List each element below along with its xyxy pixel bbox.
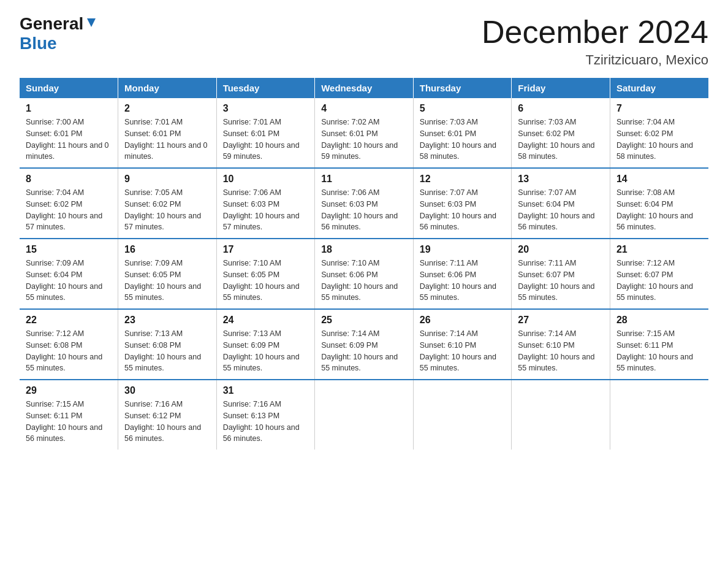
- day-info: Sunrise: 7:11 AM Sunset: 6:07 PM Dayligh…: [518, 258, 604, 304]
- day-number: 8: [26, 174, 112, 185]
- header-monday: Monday: [118, 78, 217, 98]
- calendar-week-row: 22 Sunrise: 7:12 AM Sunset: 6:08 PM Dayl…: [20, 309, 708, 380]
- day-info: Sunrise: 7:13 AM Sunset: 6:08 PM Dayligh…: [124, 328, 210, 374]
- day-info: Sunrise: 7:00 AM Sunset: 6:01 PM Dayligh…: [26, 117, 112, 163]
- header-row: Sunday Monday Tuesday Wednesday Thursday…: [20, 78, 708, 98]
- logo: General Blue: [20, 15, 98, 53]
- calendar-cell: 14 Sunrise: 7:08 AM Sunset: 6:04 PM Dayl…: [610, 168, 708, 239]
- calendar-cell: 21 Sunrise: 7:12 AM Sunset: 6:07 PM Dayl…: [610, 239, 708, 309]
- day-info: Sunrise: 7:07 AM Sunset: 6:04 PM Dayligh…: [518, 187, 604, 233]
- svg-marker-0: [87, 18, 96, 27]
- calendar-title: December 2024: [482, 15, 708, 50]
- calendar-cell: 4 Sunrise: 7:02 AM Sunset: 6:01 PM Dayli…: [315, 98, 414, 168]
- calendar-week-row: 15 Sunrise: 7:09 AM Sunset: 6:04 PM Dayl…: [20, 239, 708, 309]
- day-info: Sunrise: 7:03 AM Sunset: 6:02 PM Dayligh…: [518, 117, 604, 163]
- calendar-cell: 27 Sunrise: 7:14 AM Sunset: 6:10 PM Dayl…: [512, 309, 610, 380]
- header-sunday: Sunday: [20, 78, 118, 98]
- calendar-week-row: 29 Sunrise: 7:15 AM Sunset: 6:11 PM Dayl…: [20, 380, 708, 450]
- calendar-cell: 29 Sunrise: 7:15 AM Sunset: 6:11 PM Dayl…: [20, 380, 118, 450]
- header-friday: Friday: [512, 78, 610, 98]
- day-number: 1: [26, 103, 112, 114]
- day-number: 25: [321, 315, 407, 326]
- day-number: 6: [518, 103, 604, 114]
- day-number: 26: [420, 315, 506, 326]
- calendar-cell: 2 Sunrise: 7:01 AM Sunset: 6:01 PM Dayli…: [118, 98, 217, 168]
- day-info: Sunrise: 7:07 AM Sunset: 6:03 PM Dayligh…: [420, 187, 506, 233]
- calendar-cell: 6 Sunrise: 7:03 AM Sunset: 6:02 PM Dayli…: [512, 98, 610, 168]
- day-info: Sunrise: 7:15 AM Sunset: 6:11 PM Dayligh…: [26, 399, 112, 445]
- day-info: Sunrise: 7:12 AM Sunset: 6:08 PM Dayligh…: [26, 328, 112, 374]
- day-info: Sunrise: 7:04 AM Sunset: 6:02 PM Dayligh…: [26, 187, 112, 233]
- day-info: Sunrise: 7:10 AM Sunset: 6:06 PM Dayligh…: [321, 258, 407, 304]
- day-number: 14: [616, 174, 702, 185]
- day-number: 21: [616, 244, 702, 255]
- calendar-cell: 26 Sunrise: 7:14 AM Sunset: 6:10 PM Dayl…: [413, 309, 512, 380]
- header-saturday: Saturday: [610, 78, 708, 98]
- calendar-body: 1 Sunrise: 7:00 AM Sunset: 6:01 PM Dayli…: [20, 98, 708, 450]
- day-number: 12: [420, 174, 506, 185]
- logo-triangle-icon: [85, 16, 98, 29]
- day-number: 11: [321, 174, 407, 185]
- header-wednesday: Wednesday: [315, 78, 414, 98]
- day-info: Sunrise: 7:10 AM Sunset: 6:05 PM Dayligh…: [223, 258, 309, 304]
- calendar-cell: 5 Sunrise: 7:03 AM Sunset: 6:01 PM Dayli…: [413, 98, 512, 168]
- day-number: 4: [321, 103, 407, 114]
- day-number: 22: [26, 315, 112, 326]
- calendar-cell: 20 Sunrise: 7:11 AM Sunset: 6:07 PM Dayl…: [512, 239, 610, 309]
- day-number: 9: [124, 174, 210, 185]
- day-number: 27: [518, 315, 604, 326]
- calendar-cell: [315, 380, 414, 450]
- logo-text-general: General: [20, 15, 83, 34]
- day-info: Sunrise: 7:01 AM Sunset: 6:01 PM Dayligh…: [124, 117, 210, 163]
- calendar-cell: 28 Sunrise: 7:15 AM Sunset: 6:11 PM Dayl…: [610, 309, 708, 380]
- calendar-cell: [512, 380, 610, 450]
- day-number: 29: [26, 385, 112, 396]
- day-number: 24: [223, 315, 309, 326]
- calendar-cell: 30 Sunrise: 7:16 AM Sunset: 6:12 PM Dayl…: [118, 380, 217, 450]
- day-number: 30: [124, 385, 210, 396]
- day-info: Sunrise: 7:04 AM Sunset: 6:02 PM Dayligh…: [616, 117, 702, 163]
- calendar-cell: 23 Sunrise: 7:13 AM Sunset: 6:08 PM Dayl…: [118, 309, 217, 380]
- header-thursday: Thursday: [413, 78, 512, 98]
- calendar-cell: 15 Sunrise: 7:09 AM Sunset: 6:04 PM Dayl…: [20, 239, 118, 309]
- calendar-week-row: 1 Sunrise: 7:00 AM Sunset: 6:01 PM Dayli…: [20, 98, 708, 168]
- day-info: Sunrise: 7:14 AM Sunset: 6:10 PM Dayligh…: [420, 328, 506, 374]
- day-info: Sunrise: 7:01 AM Sunset: 6:01 PM Dayligh…: [223, 117, 309, 163]
- calendar-cell: 11 Sunrise: 7:06 AM Sunset: 6:03 PM Dayl…: [315, 168, 414, 239]
- calendar-header: Sunday Monday Tuesday Wednesday Thursday…: [20, 78, 708, 98]
- day-info: Sunrise: 7:14 AM Sunset: 6:10 PM Dayligh…: [518, 328, 604, 374]
- day-info: Sunrise: 7:16 AM Sunset: 6:13 PM Dayligh…: [223, 399, 309, 445]
- calendar-cell: 22 Sunrise: 7:12 AM Sunset: 6:08 PM Dayl…: [20, 309, 118, 380]
- calendar-cell: 25 Sunrise: 7:14 AM Sunset: 6:09 PM Dayl…: [315, 309, 414, 380]
- day-number: 10: [223, 174, 309, 185]
- page-header: General Blue December 2024 Tziritzicuaro…: [20, 15, 708, 68]
- title-block: December 2024 Tziritzicuaro, Mexico: [482, 15, 708, 68]
- day-info: Sunrise: 7:14 AM Sunset: 6:09 PM Dayligh…: [321, 328, 407, 374]
- day-number: 20: [518, 244, 604, 255]
- calendar-cell: 10 Sunrise: 7:06 AM Sunset: 6:03 PM Dayl…: [216, 168, 315, 239]
- calendar-cell: 3 Sunrise: 7:01 AM Sunset: 6:01 PM Dayli…: [216, 98, 315, 168]
- calendar-cell: 9 Sunrise: 7:05 AM Sunset: 6:02 PM Dayli…: [118, 168, 217, 239]
- day-number: 31: [223, 385, 309, 396]
- calendar-cell: 19 Sunrise: 7:11 AM Sunset: 6:06 PM Dayl…: [413, 239, 512, 309]
- calendar-cell: 31 Sunrise: 7:16 AM Sunset: 6:13 PM Dayl…: [216, 380, 315, 450]
- calendar-subtitle: Tziritzicuaro, Mexico: [482, 52, 708, 68]
- day-number: 3: [223, 103, 309, 114]
- day-info: Sunrise: 7:16 AM Sunset: 6:12 PM Dayligh…: [124, 399, 210, 445]
- calendar-week-row: 8 Sunrise: 7:04 AM Sunset: 6:02 PM Dayli…: [20, 168, 708, 239]
- day-info: Sunrise: 7:13 AM Sunset: 6:09 PM Dayligh…: [223, 328, 309, 374]
- day-info: Sunrise: 7:09 AM Sunset: 6:04 PM Dayligh…: [26, 258, 112, 304]
- day-number: 23: [124, 315, 210, 326]
- day-info: Sunrise: 7:08 AM Sunset: 6:04 PM Dayligh…: [616, 187, 702, 233]
- day-number: 16: [124, 244, 210, 255]
- calendar-cell: 1 Sunrise: 7:00 AM Sunset: 6:01 PM Dayli…: [20, 98, 118, 168]
- calendar-cell: 17 Sunrise: 7:10 AM Sunset: 6:05 PM Dayl…: [216, 239, 315, 309]
- day-number: 28: [616, 315, 702, 326]
- day-info: Sunrise: 7:11 AM Sunset: 6:06 PM Dayligh…: [420, 258, 506, 304]
- day-info: Sunrise: 7:03 AM Sunset: 6:01 PM Dayligh…: [420, 117, 506, 163]
- calendar-cell: [413, 380, 512, 450]
- calendar-cell: 8 Sunrise: 7:04 AM Sunset: 6:02 PM Dayli…: [20, 168, 118, 239]
- calendar-cell: 7 Sunrise: 7:04 AM Sunset: 6:02 PM Dayli…: [610, 98, 708, 168]
- day-number: 19: [420, 244, 506, 255]
- day-info: Sunrise: 7:09 AM Sunset: 6:05 PM Dayligh…: [124, 258, 210, 304]
